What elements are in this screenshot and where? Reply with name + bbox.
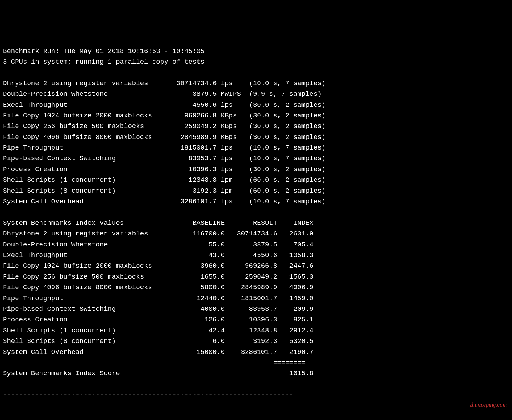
benchmark-header-line: Benchmark Run: Tue May 01 2018 10:16:53 … <box>3 47 205 55</box>
terminal-output: Benchmark Run: Tue May 01 2018 10:16:53 … <box>3 46 509 401</box>
score-line: System Benchmarks Index Score 1615.8 <box>3 368 509 379</box>
hr-line: ----------------------------------------… <box>3 391 293 399</box>
index-section: System Benchmarks Index Values BASELINE … <box>3 218 509 357</box>
cpu-info-line: 3 CPUs in system; running 1 parallel cop… <box>3 58 205 66</box>
watermark-text: zhujiceping.com <box>470 400 507 409</box>
tests-section: Dhrystone 2 using register variables 307… <box>3 78 509 207</box>
score-divider: ======== <box>3 359 305 367</box>
